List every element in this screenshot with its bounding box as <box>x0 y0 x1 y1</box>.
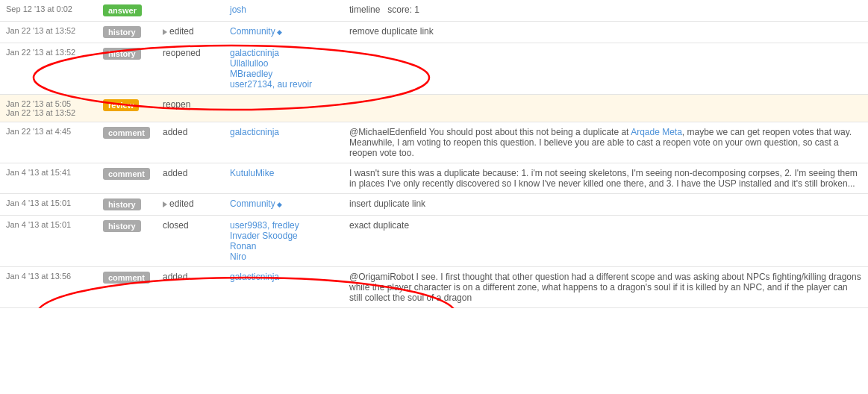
user-list: user9983, fredley Invader Skoodge Ronan … <box>230 220 337 262</box>
community-link[interactable]: Community <box>230 26 282 37</box>
badge-cell: history <box>97 194 157 216</box>
detail-cell: exact duplicate <box>343 216 868 267</box>
table-row-review: Jan 22 '13 at 5:05 Jan 22 '13 at 13:52 r… <box>0 95 868 122</box>
table-row-circled-2: Jan 4 '13 at 15:01 history closed user99… <box>0 216 868 267</box>
table-row: Jan 22 '13 at 4:45 comment added galacti… <box>0 122 868 163</box>
review-badge: review <box>103 99 139 111</box>
table-row: Sep 12 '13 at 0:02 answer josh timeline … <box>0 0 868 22</box>
detail-cell <box>343 95 868 122</box>
badge-cell: comment <box>97 163 157 194</box>
badge-cell: history <box>97 22 157 43</box>
action-cell: reopen <box>157 95 224 122</box>
badge-cell: history <box>97 216 157 267</box>
history-table: Sep 12 '13 at 0:02 answer josh timeline … <box>0 0 868 308</box>
date-link[interactable]: Jan 22 '13 at 13:52 <box>6 48 75 57</box>
answer-badge: answer <box>103 4 142 16</box>
action-cell: reopened <box>157 43 224 95</box>
date-link[interactable]: Jan 4 '13 at 15:01 <box>6 198 71 207</box>
badge-cell: comment <box>97 267 157 308</box>
detail-cell: remove duplicate link <box>343 22 868 43</box>
user-cell: galacticninja <box>224 267 343 308</box>
comment-badge: comment <box>103 168 150 180</box>
user-cell: KutuluMike <box>224 163 343 194</box>
user-cell: galacticninja Ullallulloo MBraedley user… <box>224 43 343 95</box>
user-cell <box>224 95 343 122</box>
history-badge: history <box>103 26 141 38</box>
date-link[interactable]: Jan 22 '13 at 4:45 <box>6 127 71 136</box>
badge-cell: answer <box>97 0 157 22</box>
comment-badge: comment <box>103 127 150 139</box>
date-cell: Jan 4 '13 at 13:56 <box>0 267 97 308</box>
user-link[interactable]: KutuluMike <box>230 168 274 178</box>
user-link[interactable]: MBraedley <box>230 69 272 79</box>
user-link[interactable]: au revoir <box>277 79 312 90</box>
date-cell: Jan 4 '13 at 15:01 <box>0 216 97 267</box>
detail-text: @MichaelEdenfield You should post about … <box>349 127 852 158</box>
user-cell: user9983, fredley Invader Skoodge Ronan … <box>224 216 343 267</box>
badge-cell: review <box>97 95 157 122</box>
detail-cell: insert duplicate link <box>343 194 868 216</box>
date-link[interactable]: Jan 4 '13 at 13:56 <box>6 272 71 281</box>
action-cell: added <box>157 267 224 308</box>
action-cell <box>157 0 224 22</box>
user-link[interactable]: josh <box>230 4 246 15</box>
table-row: Jan 4 '13 at 13:56 comment added galacti… <box>0 267 868 308</box>
date-link[interactable]: Jan 22 '13 at 13:52 <box>6 26 75 35</box>
detail-cell: @MichaelEdenfield You should post about … <box>343 122 868 163</box>
arqade-meta-link[interactable]: Arqade Meta <box>631 127 682 137</box>
user-link[interactable]: galacticninja <box>230 272 279 282</box>
comment-badge: comment <box>103 272 150 284</box>
user-link[interactable]: Niro <box>230 251 246 262</box>
detail-text: @OrigamiRobot I see. I first thought tha… <box>349 272 861 303</box>
date-link[interactable]: Sep 12 '13 at 0:02 <box>6 4 72 13</box>
action-cell: closed <box>157 216 224 267</box>
detail-text: I wasn't sure this was a duplicate becau… <box>349 168 858 189</box>
date-cell: Jan 4 '13 at 15:41 <box>0 163 97 194</box>
user-cell: Community <box>224 194 343 216</box>
detail-cell <box>343 43 868 95</box>
user-link[interactable]: galacticninja <box>230 127 279 137</box>
action-cell: added <box>157 163 224 194</box>
community-link[interactable]: Community <box>230 198 282 209</box>
user-cell: Community <box>224 22 343 43</box>
date-link[interactable]: Jan 4 '13 at 15:01 <box>6 220 71 229</box>
table-row: Jan 22 '13 at 13:52 history edited Commu… <box>0 22 868 43</box>
detail-text: timeline score: 1 <box>349 4 419 15</box>
arrow-icon <box>163 29 167 35</box>
detail-text: exact duplicate <box>349 220 409 231</box>
history-badge: history <box>103 220 141 232</box>
user-link[interactable]: user27134, <box>230 79 275 90</box>
detail-cell: timeline score: 1 <box>343 0 868 22</box>
date-link[interactable]: Jan 22 '13 at 5:05 <box>6 99 71 108</box>
date-cell: Jan 22 '13 at 5:05 Jan 22 '13 at 13:52 <box>0 95 97 122</box>
detail-cell: @OrigamiRobot I see. I first thought tha… <box>343 267 868 308</box>
user-link[interactable]: Invader Skoodge <box>230 231 298 241</box>
table-row: Jan 4 '13 at 15:01 history edited Commun… <box>0 194 868 216</box>
date-cell: Jan 22 '13 at 4:45 <box>0 122 97 163</box>
date-link[interactable]: Jan 4 '13 at 15:41 <box>6 168 71 177</box>
date-cell: Jan 22 '13 at 13:52 <box>0 22 97 43</box>
table-row-circled-1: Jan 22 '13 at 13:52 history reopened gal… <box>0 43 868 95</box>
user-link[interactable]: galacticninja <box>230 48 279 58</box>
detail-text: remove duplicate link <box>349 26 434 37</box>
table-row: Jan 4 '13 at 15:41 comment added KutuluM… <box>0 163 868 194</box>
action-cell: edited <box>157 194 224 216</box>
history-badge: history <box>103 48 141 60</box>
badge-cell: comment <box>97 122 157 163</box>
user-link[interactable]: user9983, <box>230 220 269 231</box>
date-cell: Jan 22 '13 at 13:52 <box>0 43 97 95</box>
badge-cell: history <box>97 43 157 95</box>
date-cell: Jan 4 '13 at 15:01 <box>0 194 97 216</box>
date-cell: Sep 12 '13 at 0:02 <box>0 0 97 22</box>
user-cell: galacticninja <box>224 122 343 163</box>
user-link[interactable]: Ullallulloo <box>230 58 268 69</box>
user-list: galacticninja Ullallulloo MBraedley user… <box>230 48 337 90</box>
action-cell: edited <box>157 22 224 43</box>
detail-cell: I wasn't sure this was a duplicate becau… <box>343 163 868 194</box>
detail-text: insert duplicate link <box>349 198 425 209</box>
history-badge: history <box>103 198 141 210</box>
user-link[interactable]: fredley <box>272 220 299 231</box>
date-link-2[interactable]: Jan 22 '13 at 13:52 <box>6 108 75 117</box>
arrow-icon <box>163 201 167 207</box>
user-link[interactable]: Ronan <box>230 241 256 251</box>
